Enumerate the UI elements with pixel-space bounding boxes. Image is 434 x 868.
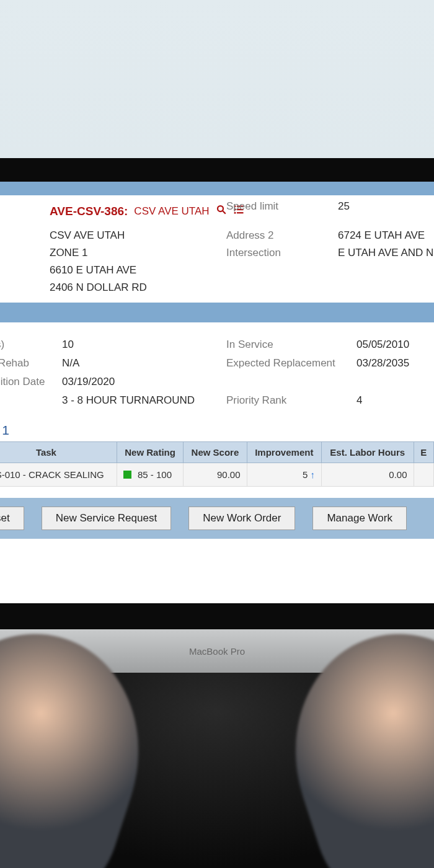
cell-extra [414,463,433,487]
label-description: ption [0,229,43,242]
value-years: 10 [62,339,220,351]
label-years: years) [0,339,56,351]
col-new-rating[interactable]: New Rating [117,442,183,463]
col-est-labor-hours[interactable]: Est. Labor Hours [322,442,414,463]
label-speed-limit: Speed limit [226,200,332,224]
asset-identity-section: D AVE-CSV-386: CSV AVE UTAH Speed limit [0,195,434,303]
asset-id: AVE-CSV-386: [50,205,128,218]
arrow-up-icon: ↑ [311,469,316,480]
label-expected-replacement: Expected Replacement [226,357,350,370]
value-in-service: 05/05/2010 [356,339,434,351]
label-address: ss [0,264,43,277]
value-condition-date: 03/19/2020 [62,376,220,388]
label-address3: ss 3 [0,281,43,294]
cell-new-score: 90.00 [184,463,247,487]
new-work-order-button[interactable]: New Work Order [188,507,295,530]
col-task[interactable]: Task [0,442,117,463]
section-divider [0,303,434,322]
new-service-request-button[interactable]: New Service Request [42,507,171,530]
asset-title: AVE-CSV-386: CSV AVE UTAH [50,200,220,224]
label-address2: Address 2 [226,229,332,242]
search-icon[interactable] [216,204,227,218]
cell-new-rating: 85 - 100 [117,463,183,487]
tasks-table: Task New Rating New Score Improvement Es… [0,441,434,487]
label-priority-rank: Priority Rank [226,394,350,407]
asset-service-section: years) 10 In Service 05/05/2010 cted Reh… [0,322,434,547]
action-button-bar: set New Service Request New Work Order M… [0,498,434,539]
value-speed-limit: 25 [338,200,434,224]
rating-swatch-icon [123,471,131,479]
cell-new-rating-text: 85 - 100 [138,469,172,480]
value-address3: 2406 N DOLLAR RD [50,281,220,294]
label-expected-rehab: cted Rehab [0,357,56,370]
cell-task: RDS-010 - CRACK SEALING [0,463,117,487]
reset-button[interactable]: set [0,507,24,530]
value-expected-replacement: 03/28/2035 [356,357,434,370]
section-divider [0,182,434,195]
cell-improvement: 5 ↑ [247,463,322,487]
value-address: 6610 E UTAH AVE [50,264,220,277]
asset-detail-app: D AVE-CSV-386: CSV AVE UTAH Speed limit [0,182,434,603]
tasks-count-title: sks: 1 [0,418,434,441]
value-expected-rehab: N/A [62,357,220,370]
col-new-score[interactable]: New Score [184,442,247,463]
tasks-header-row: Task New Rating New Score Improvement Es… [0,442,434,463]
manage-work-button[interactable]: Manage Work [312,507,407,530]
col-extra[interactable]: E [414,442,433,463]
label-zone [0,247,43,259]
value-priority-text: 3 - 8 HOUR TURNAROUND [62,394,220,407]
cell-est-labor-hours: 0.00 [322,463,414,487]
table-row[interactable]: RDS-010 - CRACK SEALING 85 - 100 90.00 5… [0,463,434,487]
label-in-service: In Service [226,339,350,351]
label-priority: ty [0,394,56,407]
col-improvement[interactable]: Improvement [247,442,322,463]
asset-name: CSV AVE UTAH [134,205,209,218]
label-condition-date: Condition Date [0,376,56,388]
svg-line-1 [223,211,226,214]
label-id: D [0,200,43,224]
svg-point-0 [218,206,223,211]
label-intersection: Intersection [226,247,332,259]
value-priority-rank: 4 [356,394,434,407]
value-intersection: E UTAH AVE AND N DO [338,247,434,259]
cell-improvement-value: 5 [303,469,308,480]
value-description: CSV AVE UTAH [50,229,220,242]
value-address2: 6724 E UTAH AVE [338,229,434,242]
value-zone: ZONE 1 [50,247,220,259]
